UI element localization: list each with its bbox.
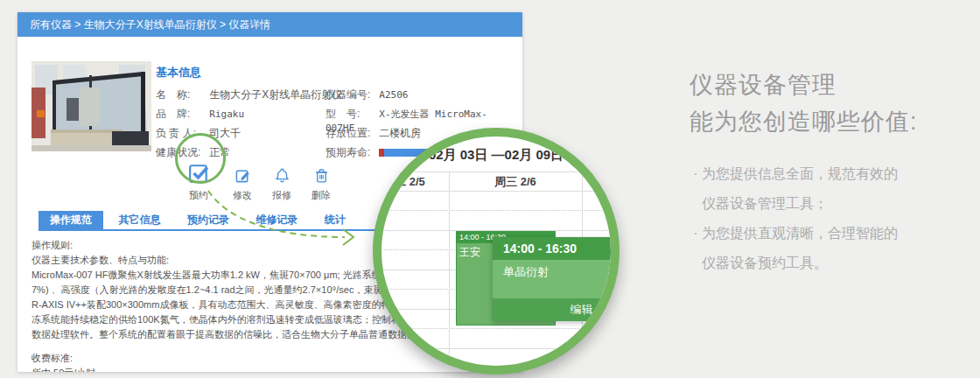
breadcrumb[interactable]: 所有仪器 > 生物大分子X射线单晶衍射仪 > 仪器详情 bbox=[18, 12, 522, 37]
field-label-brand: 品 牌: bbox=[156, 107, 206, 122]
field-value-manager: 司大千 bbox=[209, 127, 241, 139]
info-row: 品 牌: Rigaku 型 号: X-光发生器 MicroMax-007HF bbox=[156, 107, 514, 126]
reserve-button[interactable]: 预约 bbox=[174, 163, 223, 202]
trash-icon bbox=[313, 167, 330, 184]
fee-line-internal: 所内 50元/小时 bbox=[32, 366, 518, 372]
tab-other-info[interactable]: 其它信息 bbox=[107, 211, 172, 229]
reserve-label: 预约 bbox=[174, 189, 223, 202]
field-label-name: 名 称: bbox=[156, 88, 206, 102]
promo-bullet-1: ·为您提供信息全面，规范有效的 bbox=[690, 159, 978, 189]
promo-bullet-2-cont: 仪器设备预约工具。 bbox=[690, 248, 978, 278]
equipment-photo-graphic bbox=[32, 61, 151, 151]
tab-maintenance-records[interactable]: 维修记录 bbox=[244, 211, 309, 229]
tab-reservation-records[interactable]: 预约记录 bbox=[176, 211, 241, 229]
bullet-dot: · bbox=[690, 219, 702, 248]
bullet-text: 为您提供直观清晰，合理智能的 bbox=[702, 226, 898, 241]
delete-label: 删除 bbox=[297, 189, 346, 202]
popup-cancel-button[interactable]: 取消 bbox=[603, 303, 620, 316]
action-toolbar: 预约 修改 报修 bbox=[18, 150, 385, 203]
grid-line bbox=[449, 172, 450, 374]
field-value-brand: Rigaku bbox=[209, 108, 244, 120]
column-header-wednesday: 周三 2/6 bbox=[449, 173, 582, 191]
field-value-name: 生物大分子X射线单晶衍射仪 bbox=[209, 88, 342, 101]
promo-heading: 仪器设备管理 能为您创造哪些价值: bbox=[690, 66, 978, 140]
reservation-calendar: 02月 03日 —02月 09日 周二 2/5 周三 2/6 周四 14:00 … bbox=[382, 136, 611, 366]
field-label-serial: 仪器编号: bbox=[326, 88, 376, 102]
equipment-photo bbox=[32, 61, 151, 151]
field-value-serial: A2506 bbox=[379, 89, 408, 101]
calendar-magnifier-circle: 02月 03日 —02月 09日 周二 2/5 周三 2/6 周四 14:00 … bbox=[373, 128, 620, 374]
popup-edit-button[interactable]: 编辑 bbox=[570, 303, 592, 316]
page: 所有仪器 > 生物大分子X射线单晶衍射仪 > 仪器详情 bbox=[0, 0, 980, 378]
event-popup: 14:00 - 16:30 单晶衍射 编辑 取消 bbox=[493, 237, 620, 321]
grid-line bbox=[373, 172, 620, 172]
bell-icon bbox=[274, 167, 290, 184]
promo-heading-line1: 仪器设备管理 bbox=[690, 66, 978, 103]
column-header-thursday: 周四 bbox=[582, 173, 620, 191]
popup-event-name: 单晶衍射 bbox=[493, 260, 620, 298]
promo-section: 仪器设备管理 能为您创造哪些价值: ·为您提供信息全面，规范有效的 仪器设备管理… bbox=[690, 66, 978, 278]
popup-actions: 编辑 取消 bbox=[493, 298, 620, 321]
checkbox-check-icon bbox=[188, 163, 209, 184]
edit-pencil-icon bbox=[234, 167, 251, 184]
grid-line bbox=[373, 328, 620, 330]
bullet-text: 为您提供信息全面，规范有效的 bbox=[702, 166, 898, 181]
tab-operation-rules[interactable]: 操作规范 bbox=[38, 211, 103, 229]
promo-bullet-1-cont: 仪器设备管理工具； bbox=[690, 189, 978, 219]
tab-statistics[interactable]: 统计 bbox=[313, 211, 357, 229]
info-row: 名 称: 生物大分子X射线单晶衍射仪 仪器编号: A2506 bbox=[156, 88, 514, 107]
promo-bullet-list: ·为您提供信息全面，规范有效的 仪器设备管理工具； ·为您提供直观清晰，合理智能… bbox=[690, 159, 978, 278]
basic-info-title: 基本信息 bbox=[156, 65, 514, 80]
promo-heading-line2: 能为您创造哪些价值: bbox=[690, 103, 978, 140]
field-label-location: 存放位置: bbox=[326, 126, 376, 141]
promo-bullet-2: ·为您提供直观清晰，合理智能的 bbox=[690, 219, 978, 248]
bullet-dot: · bbox=[690, 159, 702, 189]
delete-button[interactable]: 删除 bbox=[297, 167, 346, 202]
field-value-location: 二楼机房 bbox=[379, 127, 421, 139]
field-label-manager: 负 责 人: bbox=[156, 126, 206, 141]
popup-time: 14:00 - 16:30 bbox=[493, 237, 620, 260]
field-label-model: 型 号: bbox=[326, 107, 376, 122]
